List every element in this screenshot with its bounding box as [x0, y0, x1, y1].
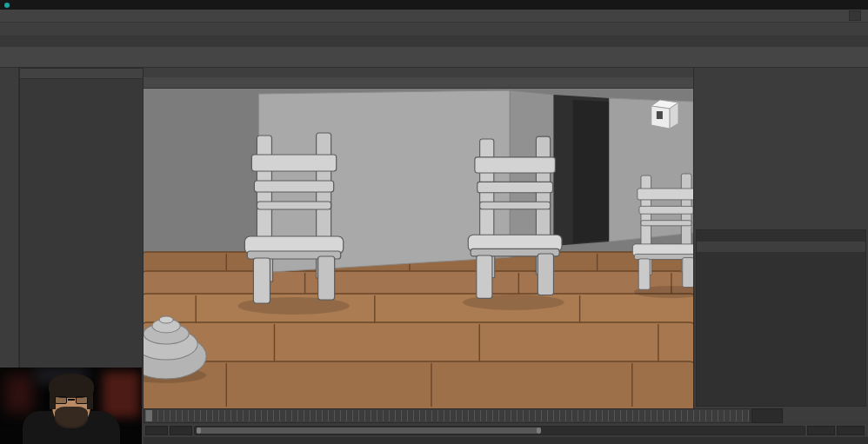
status-line [0, 23, 868, 36]
time-slider-ticks[interactable] [145, 410, 749, 421]
toolbox [0, 68, 19, 408]
help-line [144, 437, 868, 444]
panel-title [694, 68, 868, 74]
outliner-menu-bar [20, 69, 143, 79]
webcam-overlay [0, 368, 142, 444]
playback-controls [784, 408, 868, 423]
title-bar [0, 0, 868, 10]
layer-editor-tabs [697, 230, 865, 242]
range-slider[interactable] [194, 426, 805, 435]
workspace-dropdown[interactable] [849, 10, 861, 21]
current-frame-marker[interactable] [146, 410, 152, 421]
viewport-panel [144, 68, 693, 408]
viewport-toolbar [144, 77, 693, 89]
maya-app-icon [4, 3, 10, 8]
presenter-beard [55, 407, 88, 428]
maya-application-window [0, 0, 868, 444]
animation-end-field[interactable] [837, 426, 865, 435]
background-shelf [103, 372, 139, 417]
viewport-menu-bar [144, 68, 693, 77]
range-slider-row [144, 424, 868, 436]
playback-start-field[interactable] [170, 426, 192, 435]
playback-end-field[interactable] [807, 426, 835, 435]
shelf [0, 47, 868, 68]
presenter-glasses-right [76, 396, 88, 404]
presenter-glasses-left [55, 396, 67, 404]
doorway-inner [573, 100, 610, 243]
time-slider[interactable] [144, 408, 751, 423]
viewport-3d-scene[interactable] [144, 89, 693, 408]
outliner-panel [19, 68, 144, 408]
layer-editor-menu-bar [697, 242, 865, 252]
current-time-field[interactable] [751, 408, 783, 423]
presenter-glasses-bridge [68, 399, 75, 401]
range-slider-end-handle[interactable] [537, 427, 541, 434]
layer-editor [696, 229, 866, 407]
viewport-canvas[interactable] [144, 89, 693, 408]
floor-planks[interactable] [144, 252, 693, 408]
range-slider-start-handle[interactable] [197, 427, 201, 434]
menu-bar [0, 10, 868, 23]
white-box[interactable] [651, 100, 678, 129]
presenter-hair-side-right [87, 387, 93, 409]
range-slider-bar[interactable] [197, 427, 538, 434]
layer-list [697, 252, 865, 406]
shelf-tabs [0, 36, 868, 47]
animation-start-field[interactable] [145, 426, 168, 435]
background-shelf-left [5, 374, 33, 413]
channel-box-layer-panel [693, 68, 868, 408]
